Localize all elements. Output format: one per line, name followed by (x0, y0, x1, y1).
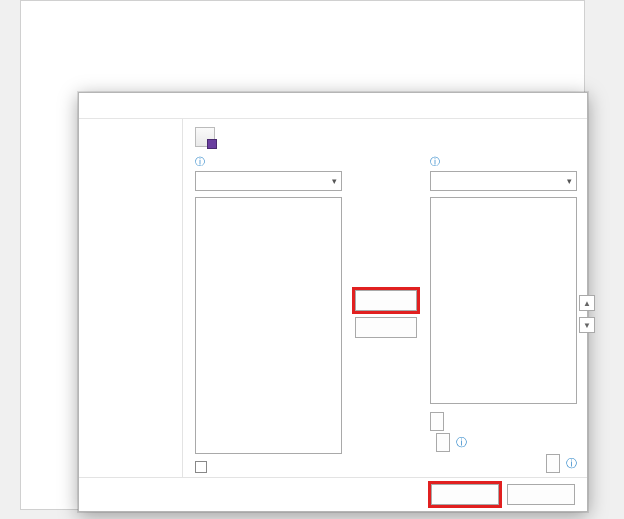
choose-commands-select[interactable]: ▾ (195, 171, 342, 191)
move-down-button[interactable]: ▼ (579, 317, 595, 333)
customize-qat-select[interactable]: ▾ (430, 171, 577, 191)
info-icon[interactable]: ⓘ (456, 435, 467, 450)
choose-commands-label: ⓘ (195, 155, 342, 169)
chevron-down-icon: ▾ (567, 176, 572, 186)
options-sidebar (79, 119, 183, 477)
info-icon[interactable]: ⓘ (566, 456, 577, 471)
move-up-button[interactable]: ▲ (579, 295, 595, 311)
modify-button[interactable] (430, 412, 444, 431)
remove-button[interactable] (355, 317, 417, 338)
add-button[interactable] (355, 290, 417, 311)
info-icon[interactable]: ⓘ (430, 156, 440, 167)
commands-listbox[interactable] (195, 197, 342, 454)
quick-access-icon (195, 127, 215, 147)
word-options-dialog: ⓘ ▾ ⓘ (78, 92, 588, 512)
info-icon[interactable]: ⓘ (195, 156, 205, 167)
cancel-button[interactable] (507, 484, 575, 505)
qat-listbox[interactable] (430, 197, 577, 404)
dialog-footer (79, 477, 587, 511)
reorder-buttons: ▲ ▼ (579, 295, 595, 333)
reset-button[interactable] (436, 433, 450, 452)
chevron-down-icon: ▾ (332, 176, 337, 186)
ok-button[interactable] (431, 484, 499, 505)
show-below-ribbon-checkbox[interactable] (195, 461, 207, 473)
import-export-button[interactable] (546, 454, 560, 473)
dialog-titlebar (79, 93, 587, 119)
customize-qat-label: ⓘ (430, 155, 577, 169)
